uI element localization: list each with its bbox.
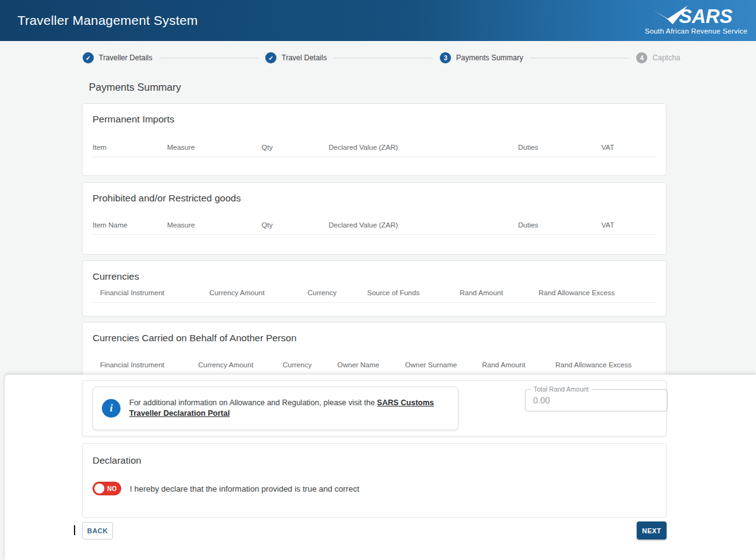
declaration-card: Declaration NO I hereby declare that the…: [82, 443, 667, 518]
section-title: Currencies: [83, 261, 666, 282]
bottom-panel: i For additional information on Allowanc…: [5, 375, 756, 560]
svg-text:SARS: SARS: [679, 6, 732, 26]
total-rand-amount-label: Total Rand Amount: [531, 385, 591, 393]
next-button[interactable]: NEXT: [637, 521, 667, 539]
stepper-connector: [334, 58, 432, 58]
sars-logo-icon: SARS: [649, 5, 744, 26]
column-header: Duties: [518, 144, 601, 151]
table-header-row: Item Name Measure Qty Declared Value (ZA…: [83, 221, 666, 229]
section-title: Currencies Carried on Behalf of Another …: [83, 323, 666, 344]
stray-text-cursor: [74, 525, 75, 535]
table-header-row: Financial Instrument Currency Amount Cur…: [83, 289, 666, 296]
check-icon: ✓: [83, 52, 94, 63]
column-header: Declared Value (ZAR): [329, 221, 518, 229]
column-header: Currency: [283, 361, 337, 369]
table-divider: [93, 157, 656, 157]
info-total-card: i For additional information on Allowanc…: [82, 380, 667, 436]
table-divider: [93, 234, 656, 235]
column-header: Currency Amount: [209, 289, 307, 296]
sars-tagline: South African Revenue Service: [645, 27, 747, 35]
toggle-state-label: NO: [107, 485, 117, 492]
column-header: Source of Funds: [367, 289, 460, 296]
column-header: Measure: [167, 144, 262, 151]
info-text-prefix: For additional information on Allowance …: [129, 398, 377, 407]
column-header: Declared Value (ZAR): [329, 144, 518, 151]
step-travel-details[interactable]: ✓ Travel Details: [265, 52, 327, 63]
column-header: Financial Instrument: [100, 289, 209, 296]
column-header: VAT: [601, 144, 656, 151]
currencies-behalf-card: Currencies Carried on Behalf of Another …: [82, 322, 667, 382]
table-header-row: Item Measure Qty Declared Value (ZAR) Du…: [83, 144, 666, 151]
section-title: Permanent Imports: [83, 104, 666, 125]
column-header: Currency Amount: [198, 361, 283, 369]
declaration-row: NO I hereby declare that the information…: [83, 482, 666, 495]
app-screen: Traveller Management System SARS South A…: [0, 0, 756, 560]
column-header: Measure: [167, 221, 262, 229]
info-icon: i: [102, 399, 121, 418]
column-header: Qty: [262, 221, 329, 229]
section-title: Prohibited and/or Restricted goods: [83, 183, 666, 204]
step-label: Captcha: [652, 53, 680, 62]
column-header: Rand Allowance Excess: [555, 361, 656, 369]
stepper-connector: [160, 58, 258, 58]
step-captcha[interactable]: 4 Captcha: [636, 52, 680, 63]
footer-actions: BACK NEXT: [82, 521, 667, 539]
declaration-toggle[interactable]: NO: [93, 482, 121, 495]
step-label: Payments Summary: [456, 53, 523, 62]
column-header: Qty: [262, 144, 329, 151]
step-number-badge: 3: [440, 52, 451, 63]
toggle-knob: [94, 484, 104, 493]
total-rand-amount-field: Total Rand Amount: [525, 389, 668, 411]
app-header: Traveller Management System SARS South A…: [0, 0, 756, 41]
column-header: Rand Allowance Excess: [539, 289, 656, 296]
info-box: i For additional information on Allowanc…: [93, 387, 458, 430]
permanent-imports-card: Permanent Imports Item Measure Qty Decla…: [82, 103, 667, 176]
column-header: Rand Amount: [482, 361, 555, 369]
declaration-statement: I hereby declare that the information pr…: [130, 484, 359, 493]
column-header: Currency: [307, 289, 367, 296]
currencies-card: Currencies Financial Instrument Currency…: [82, 260, 667, 316]
column-header: Rand Amount: [460, 289, 539, 296]
info-text: For additional information on Allowance …: [129, 398, 443, 419]
prohibited-goods-card: Prohibited and/or Restricted goods Item …: [82, 182, 667, 255]
stepper: ✓ Traveller Details ✓ Travel Details 3 P…: [83, 52, 680, 63]
check-icon: ✓: [265, 52, 276, 63]
app-title: Traveller Management System: [17, 13, 198, 28]
step-traveller-details[interactable]: ✓ Traveller Details: [83, 52, 152, 63]
stepper-connector: [531, 58, 629, 58]
column-header: VAT: [601, 221, 656, 229]
column-header: Item: [93, 144, 167, 151]
column-header: Owner Surname: [405, 361, 482, 369]
declaration-title: Declaration: [83, 444, 666, 466]
step-payments-summary[interactable]: 3 Payments Summary: [440, 52, 523, 63]
page-title: Payments Summary: [89, 81, 181, 93]
step-label: Travel Details: [281, 53, 327, 62]
column-header: Financial Instrument: [100, 361, 198, 369]
table-header-row: Financial Instrument Currency Amount Cur…: [83, 361, 666, 369]
step-number-badge: 4: [636, 52, 647, 63]
column-header: Duties: [518, 221, 601, 229]
step-label: Traveller Details: [99, 53, 152, 62]
table-divider: [93, 302, 656, 303]
column-header: Owner Name: [337, 361, 405, 369]
sars-logo: SARS South African Revenue Service: [645, 2, 756, 39]
total-rand-amount-input[interactable]: [532, 395, 658, 406]
back-button[interactable]: BACK: [82, 522, 113, 539]
column-header: Item Name: [93, 221, 167, 229]
